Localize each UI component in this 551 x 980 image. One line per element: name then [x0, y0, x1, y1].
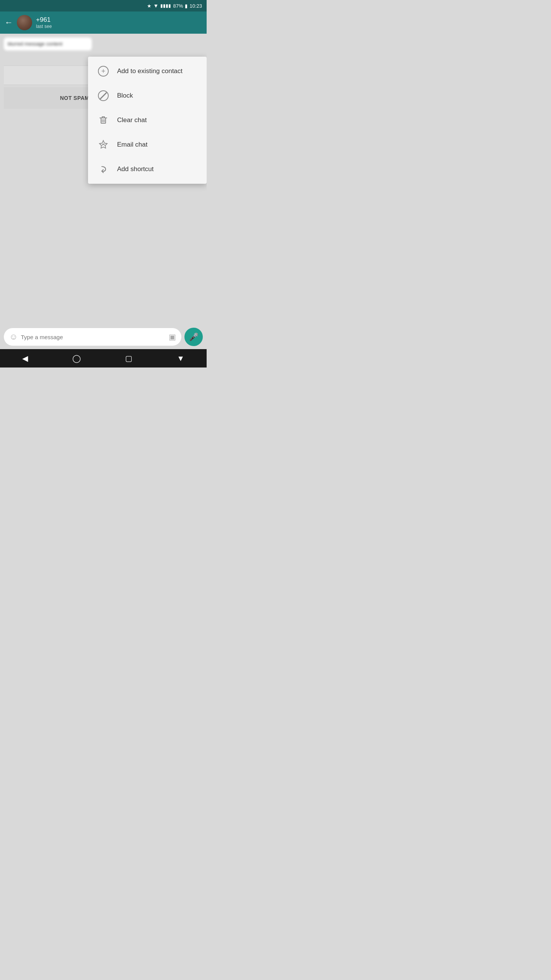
contact-info[interactable]: +961 last see	[36, 16, 202, 29]
email-icon	[97, 139, 109, 151]
wifi-icon: ▼	[153, 3, 159, 9]
recent-nav-icon[interactable]: ▢	[125, 354, 132, 363]
menu-label-add-contact: Add to existing contact	[117, 67, 183, 75]
contact-avatar[interactable]	[17, 15, 32, 30]
menu-label-clear-chat: Clear chat	[117, 116, 147, 124]
menu-item-add-shortcut[interactable]: Add shortcut	[88, 157, 207, 181]
menu-label-add-shortcut: Add shortcut	[117, 165, 153, 173]
signal-icon: ▮▮▮▮	[160, 3, 171, 8]
chat-header: ← +961 last see	[0, 11, 207, 34]
menu-label-email-chat: Email chat	[117, 141, 147, 149]
camera-icon[interactable]: ▣	[169, 332, 176, 341]
app-container: ★ ▼ ▮▮▮▮ 87% ▮ 10:23 ← +961 last see blu…	[0, 0, 207, 368]
mic-icon: 🎤	[189, 332, 199, 341]
status-bar: ★ ▼ ▮▮▮▮ 87% ▮ 10:23	[0, 0, 207, 11]
bluetooth-icon: ★	[147, 3, 152, 9]
message-text: blurred message content	[8, 41, 88, 47]
emoji-icon[interactable]: ☺	[9, 332, 18, 342]
navigation-bar: ◀ ◯ ▢ ▼	[0, 349, 207, 368]
home-nav-icon[interactable]: ◯	[72, 354, 81, 363]
shortcut-icon	[97, 163, 109, 175]
message-input-box: ☺ ▣	[4, 328, 181, 346]
download-nav-icon[interactable]: ▼	[177, 354, 184, 363]
message-input[interactable]	[21, 334, 166, 340]
block-icon	[97, 90, 109, 102]
trash-icon	[97, 114, 109, 126]
menu-item-email-chat[interactable]: Email chat	[88, 132, 207, 157]
contact-phone: +961	[36, 16, 202, 24]
menu-label-block: Block	[117, 92, 133, 100]
back-button[interactable]: ←	[5, 18, 13, 28]
menu-item-block[interactable]: Block	[88, 83, 207, 108]
back-nav-icon[interactable]: ◀	[22, 354, 28, 363]
input-area: ☺ ▣ 🎤	[0, 325, 207, 349]
last-seen: last see	[36, 24, 202, 29]
mic-button[interactable]: 🎤	[184, 328, 203, 346]
battery-icon: ▮	[185, 3, 187, 9]
clock: 10:23	[189, 3, 202, 9]
menu-item-add-contact[interactable]: Add to existing contact	[88, 59, 207, 83]
context-menu: Add to existing contact Block	[88, 57, 207, 184]
menu-item-clear-chat[interactable]: Clear chat	[88, 108, 207, 132]
status-icons: ★ ▼ ▮▮▮▮ 87% ▮ 10:23	[147, 3, 202, 9]
content-area: blurred message content The sen REP NOT …	[0, 34, 207, 368]
battery-percent: 87%	[173, 3, 183, 9]
message-bubble: blurred message content	[4, 38, 92, 51]
add-contact-icon	[97, 65, 109, 77]
